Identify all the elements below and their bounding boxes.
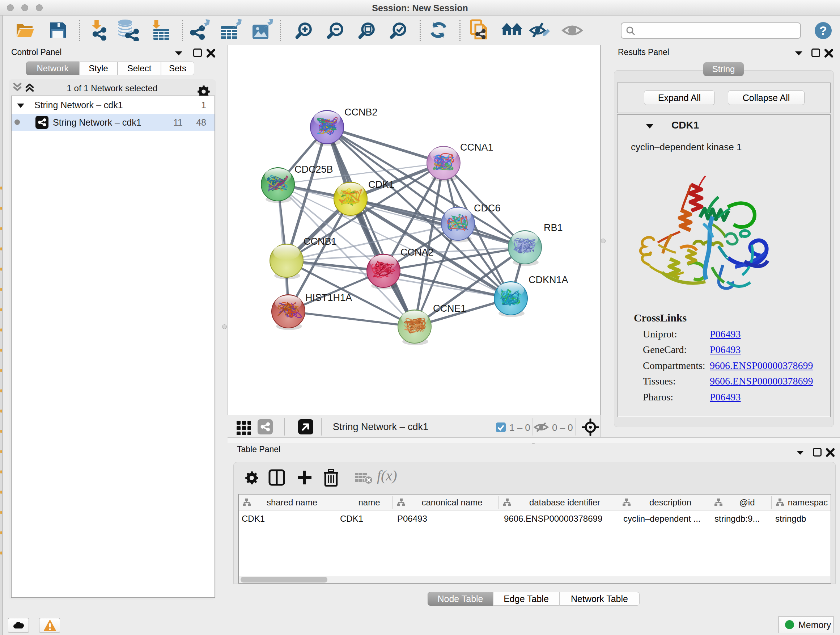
svg-text:CDK1: CDK1 [368,179,394,190]
svg-text:CCNB2: CCNB2 [344,107,378,118]
svg-text:CCNE1: CCNE1 [433,303,466,314]
svg-text:HIST1H1A: HIST1H1A [305,292,352,303]
svg-text:CCNA1: CCNA1 [460,142,493,153]
svg-text:CDKN1A: CDKN1A [529,274,568,285]
svg-text:CCNB1: CCNB1 [303,236,337,247]
svg-text:RB1: RB1 [544,222,563,233]
svg-text:CDC25B: CDC25B [294,164,333,175]
svg-text:CDC6: CDC6 [474,203,501,214]
svg-text:CCNA2: CCNA2 [401,247,434,258]
